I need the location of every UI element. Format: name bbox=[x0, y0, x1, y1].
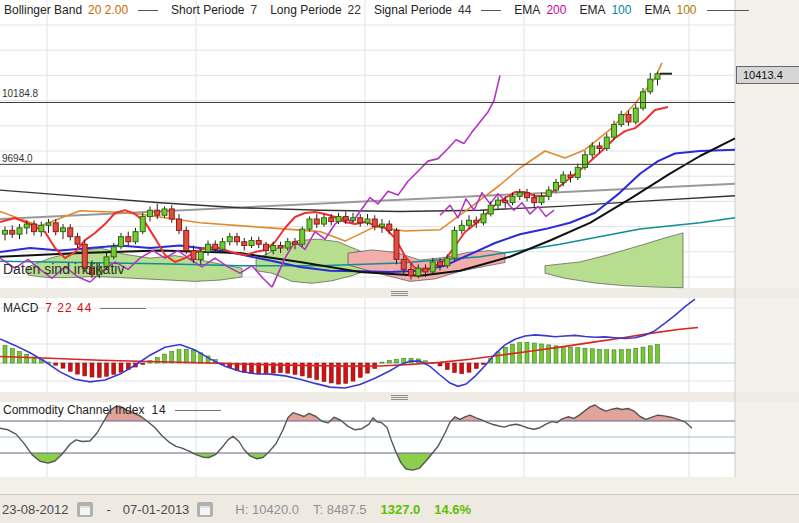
status-bar: 23-08-2012 - 07-01-2013 H: 10420.0 T: 84… bbox=[0, 494, 799, 523]
legend-value: 44 bbox=[458, 3, 471, 17]
candle bbox=[394, 230, 399, 259]
candle bbox=[590, 146, 595, 155]
cci-params: 14 bbox=[151, 403, 166, 417]
candle bbox=[416, 268, 421, 276]
legend-line-sample-icon bbox=[138, 10, 158, 11]
candle bbox=[597, 146, 602, 149]
indicative-data-watermark: Daten sind indikativ bbox=[3, 261, 124, 277]
candle bbox=[387, 224, 392, 230]
candle bbox=[227, 237, 232, 242]
date-from-field[interactable]: 23-08-2012 bbox=[2, 502, 69, 517]
candle bbox=[430, 262, 435, 272]
candle bbox=[568, 175, 573, 178]
candle bbox=[474, 220, 479, 223]
candle bbox=[626, 114, 631, 122]
candle bbox=[148, 210, 153, 216]
candle bbox=[17, 228, 22, 234]
legend-item-ema[interactable]: EMA100 bbox=[579, 3, 631, 17]
candle bbox=[343, 217, 348, 221]
candle bbox=[206, 244, 211, 252]
candle bbox=[583, 155, 588, 168]
panel-splitter-handle-2[interactable] bbox=[391, 395, 408, 401]
calendar-to-button[interactable] bbox=[197, 502, 213, 517]
legend-label: EMA bbox=[579, 3, 605, 17]
legend-line-sample-icon bbox=[481, 10, 501, 11]
support-line-label-upper: 10184.8 bbox=[2, 88, 38, 99]
candle bbox=[481, 214, 486, 223]
candle bbox=[401, 259, 406, 269]
legend-item-signal-periode[interactable]: Signal Periode44 bbox=[374, 3, 501, 17]
candle bbox=[177, 219, 182, 230]
candle bbox=[213, 244, 218, 249]
candle bbox=[46, 223, 51, 226]
candle bbox=[242, 242, 247, 246]
candle bbox=[24, 224, 29, 228]
candle bbox=[39, 225, 44, 231]
candle bbox=[285, 242, 290, 248]
candle bbox=[452, 230, 457, 258]
candle bbox=[198, 252, 203, 260]
candle bbox=[169, 209, 174, 219]
candle bbox=[546, 190, 551, 196]
candle bbox=[271, 246, 276, 251]
candle bbox=[655, 74, 660, 79]
candle bbox=[561, 175, 566, 183]
candle bbox=[329, 218, 334, 222]
date-to-field[interactable]: 07-01-2013 bbox=[123, 502, 190, 517]
legend-item-ema[interactable]: EMA200 bbox=[514, 3, 566, 17]
legend-item-long-periode[interactable]: Long Periode22 bbox=[270, 3, 361, 17]
candle bbox=[372, 219, 377, 227]
legend-item-short-periode[interactable]: Short Periode7 bbox=[171, 3, 257, 17]
candle bbox=[111, 247, 116, 257]
candle bbox=[3, 230, 8, 234]
candle bbox=[32, 224, 37, 232]
candle bbox=[191, 251, 196, 260]
candle bbox=[459, 225, 464, 230]
panel-splitter-handle-1[interactable] bbox=[391, 291, 408, 297]
candle bbox=[365, 219, 370, 223]
candle bbox=[133, 232, 138, 242]
date-range-separator: - bbox=[107, 502, 111, 517]
legend-value: 22 bbox=[348, 3, 361, 17]
candle bbox=[488, 205, 493, 214]
candle bbox=[53, 223, 58, 232]
cci-line-sample-icon bbox=[175, 410, 221, 411]
macd-title-label: MACD bbox=[3, 301, 38, 315]
candle bbox=[503, 200, 508, 203]
legend-label: Long Periode bbox=[270, 3, 341, 17]
candle bbox=[322, 218, 327, 224]
change-percent: 14.6% bbox=[434, 502, 471, 517]
candle bbox=[68, 228, 73, 237]
candle bbox=[532, 198, 537, 203]
change-absolute: 1327.0 bbox=[380, 502, 420, 517]
candle bbox=[162, 209, 167, 215]
candle bbox=[249, 240, 254, 245]
candle bbox=[61, 228, 66, 232]
candle bbox=[409, 269, 414, 275]
candle bbox=[604, 137, 609, 148]
candle bbox=[235, 237, 240, 242]
candle bbox=[336, 217, 341, 222]
candle bbox=[300, 229, 305, 244]
legend-value: 7 bbox=[251, 3, 258, 17]
candle bbox=[314, 219, 319, 224]
legend-label: Bollinger Band bbox=[4, 3, 82, 17]
candle bbox=[119, 237, 124, 247]
candle bbox=[619, 114, 624, 124]
candle bbox=[140, 217, 145, 232]
candle bbox=[220, 242, 225, 250]
candle bbox=[184, 230, 189, 250]
candle bbox=[293, 242, 298, 245]
candle bbox=[633, 108, 638, 122]
support-line-label-lower: 9694.0 bbox=[2, 153, 33, 164]
legend-value: 100 bbox=[676, 3, 696, 17]
candle bbox=[554, 183, 559, 191]
current-price-badge: 10413.4 bbox=[736, 66, 799, 84]
legend-item-bollinger-band[interactable]: Bollinger Band20 2.00 bbox=[4, 3, 158, 17]
legend-label: EMA bbox=[644, 3, 670, 17]
candle bbox=[126, 237, 131, 242]
period-high: H: 10420.0 bbox=[235, 502, 299, 517]
candle bbox=[75, 237, 80, 245]
legend-item-ema[interactable]: EMA100 bbox=[644, 3, 748, 17]
calendar-from-button[interactable] bbox=[77, 502, 93, 517]
